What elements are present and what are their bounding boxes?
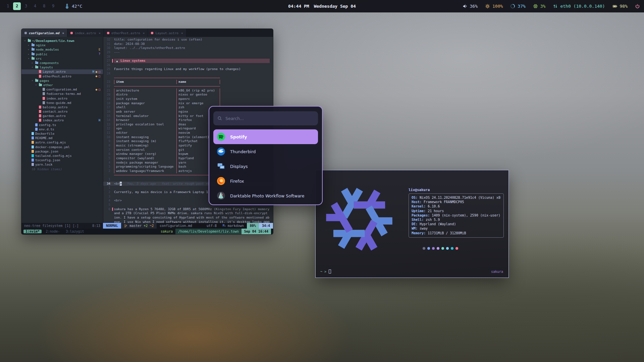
tree-item[interactable]: ▾src bbox=[21, 56, 103, 61]
tree-item[interactable]: astro.config.mjs bbox=[21, 140, 103, 144]
workspace-9[interactable]: 9 bbox=[49, 2, 57, 10]
fetch-info-label: Uptime: bbox=[412, 209, 426, 213]
table-data-row: browserfirefox bbox=[114, 118, 220, 122]
tmux-window[interactable]: 3:lazygit bbox=[64, 230, 86, 233]
workspace-4[interactable]: 4 bbox=[31, 2, 39, 10]
tab-otherPost.astro[interactable]: otherPost.astro× bbox=[104, 29, 148, 37]
workspace-2[interactable]: 2 bbox=[13, 2, 21, 10]
sign-column bbox=[112, 80, 114, 84]
tree-item[interactable]: index.astroH bbox=[21, 118, 103, 122]
tab-close-icon[interactable]: × bbox=[181, 31, 183, 35]
tree-item[interactable]: ▾other bbox=[21, 83, 103, 87]
disk-module[interactable]: 37% bbox=[510, 4, 525, 9]
launcher-item-spotify[interactable]: Spotify bbox=[213, 129, 318, 144]
tab-close-icon[interactable]: × bbox=[143, 31, 145, 35]
tree-item[interactable]: contact.astro bbox=[21, 109, 103, 114]
tree-item[interactable]: index.astro bbox=[21, 96, 103, 100]
launcher-item-darktable[interactable]: Darktable Photo Workflow Software bbox=[213, 188, 318, 203]
sign-column bbox=[112, 105, 114, 110]
tree-item[interactable]: tailwind.config.mjs bbox=[21, 154, 103, 158]
sign-column bbox=[112, 114, 114, 118]
tree-item[interactable]: config.ts bbox=[21, 123, 103, 127]
tree-item[interactable]: Layout.astroH●□ bbox=[21, 69, 103, 74]
thermometer-icon bbox=[64, 4, 69, 9]
tree-item[interactable]: configuration.md●□ bbox=[21, 87, 103, 92]
statusline-filename: configuration.md bbox=[157, 223, 195, 229]
sign-column bbox=[112, 110, 114, 114]
tree-item[interactable]: tone-guide.md bbox=[21, 101, 103, 105]
network-module[interactable]: eth0 (10.0.0.140) bbox=[553, 4, 605, 9]
launcher-item-thunderbird[interactable]: Thunderbird bbox=[213, 144, 318, 159]
tree-item[interactable]: ▸public? bbox=[21, 52, 103, 56]
launcher-item-displays[interactable]: Displays bbox=[213, 159, 318, 174]
workspace-3[interactable]: 3 bbox=[22, 2, 30, 10]
tree-item[interactable]: package.json bbox=[21, 149, 103, 154]
tree-item[interactable]: otherPost.astro●□ bbox=[21, 74, 103, 78]
cpu-module[interactable]: 3% bbox=[533, 4, 546, 9]
tree-item[interactable]: (6 hidden items) bbox=[21, 167, 103, 171]
tab-Layout.astro[interactable]: Layout.astro× bbox=[148, 29, 186, 37]
tree-item[interactable]: ▸components bbox=[21, 61, 103, 65]
heading-text: Linux systems bbox=[120, 59, 145, 63]
tab-index.astro[interactable]: index.astro× bbox=[67, 29, 104, 37]
fetch-info-row: Memory:11731MiB / 31280MiB bbox=[412, 231, 501, 235]
fetch-info-label: OS: bbox=[412, 195, 418, 200]
line-number: 4 bbox=[103, 198, 112, 203]
cpu-value: 3% bbox=[540, 4, 546, 9]
tree-item[interactable]: ▾layouts bbox=[21, 65, 103, 69]
tree-item[interactable]: ▸nginx bbox=[21, 43, 103, 47]
line-number: 1 bbox=[103, 177, 112, 182]
text-cursor: > bbox=[120, 182, 122, 186]
tmux-window[interactable]: 1:nvim* bbox=[23, 230, 42, 233]
tree-item[interactable]: balcony.astro bbox=[21, 105, 103, 109]
line-number: 3 bbox=[103, 165, 112, 169]
power-button[interactable] bbox=[635, 4, 640, 9]
table-data-row: terminal emulatorkitty or foot bbox=[114, 114, 220, 118]
tree-item[interactable]: garden.astro bbox=[21, 114, 103, 118]
brightness-value: 100% bbox=[492, 4, 503, 9]
sign-column bbox=[112, 59, 114, 63]
search-box[interactable]: Search... bbox=[213, 111, 318, 125]
tree-item[interactable]: fediverse-terms.md bbox=[21, 92, 103, 96]
line-text: Favorite things regarding Linux and my w… bbox=[114, 67, 241, 71]
folder-icon bbox=[32, 48, 35, 51]
tree-item[interactable]: env.d.ts bbox=[21, 127, 103, 131]
tree-item[interactable]: ▸node_modulesE bbox=[21, 47, 103, 52]
volume-module[interactable]: 36% bbox=[463, 4, 478, 9]
workspace-1[interactable]: 1 bbox=[4, 2, 12, 10]
tab-configuration.md[interactable]: configuration.md× bbox=[21, 29, 67, 37]
tree-item-markers: ●□ bbox=[96, 88, 100, 91]
tree-item[interactable]: Dockerfile bbox=[21, 131, 103, 136]
fetch-info-label: Kernel: bbox=[412, 204, 426, 208]
tab-close-icon[interactable]: × bbox=[99, 31, 101, 35]
table-border-line bbox=[114, 78, 220, 78]
tabline: configuration.md×index.astro×otherPost.a… bbox=[21, 29, 273, 37]
shell-prompt[interactable]: ~ > bbox=[320, 269, 331, 274]
tree-item[interactable]: ▾pages bbox=[21, 78, 103, 83]
tree-item[interactable]: README.md bbox=[21, 136, 103, 140]
tmux-window[interactable]: 2:node- bbox=[44, 230, 62, 233]
tmux-clock: Sep 04 16:44 bbox=[241, 229, 271, 234]
tree-item[interactable]: ▾~/Development/liv.town bbox=[21, 39, 103, 43]
tree-item[interactable]: tsconfig.json bbox=[21, 158, 103, 162]
table-data-row: music (streaming)spotify bbox=[114, 143, 220, 148]
astro-file-icon bbox=[39, 70, 41, 73]
tree-item-label: public bbox=[36, 52, 47, 56]
table-data-row: init systemopenrc bbox=[114, 97, 220, 101]
sign-column bbox=[112, 173, 114, 178]
tree-item[interactable]: docker-compose.yml bbox=[21, 145, 103, 149]
folder-icon bbox=[28, 40, 31, 42]
git-branch-name: master bbox=[129, 224, 142, 228]
workspace-8[interactable]: 8 bbox=[40, 2, 48, 10]
tab-close-icon[interactable]: × bbox=[62, 31, 64, 35]
marker-H: H bbox=[99, 119, 100, 122]
brightness-module[interactable]: 100% bbox=[485, 4, 503, 9]
battery-module[interactable]: 98% bbox=[612, 4, 628, 9]
tree-item[interactable]: yarn.lock bbox=[21, 162, 103, 167]
line-number: 13 bbox=[103, 122, 112, 127]
folder-icon bbox=[32, 57, 35, 60]
astro-file-icon bbox=[39, 106, 41, 109]
table-header-row: itemname bbox=[114, 80, 220, 84]
launcher-item-firefox[interactable]: Firefox bbox=[213, 174, 318, 188]
sign-column bbox=[112, 190, 114, 194]
